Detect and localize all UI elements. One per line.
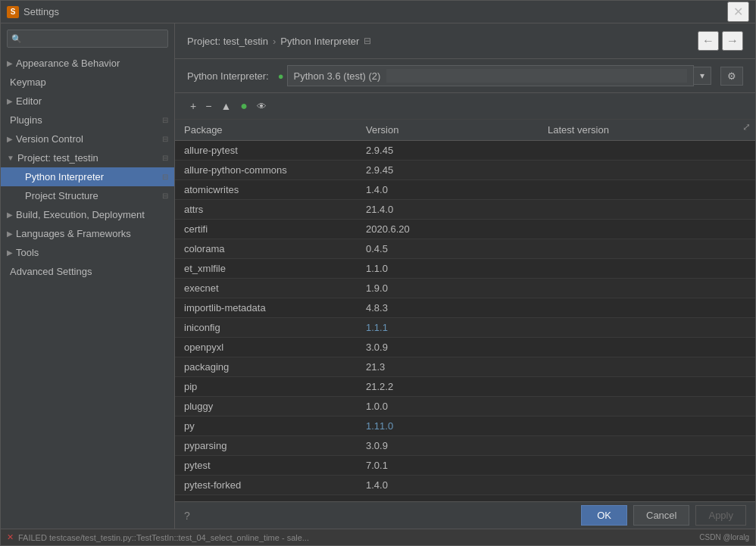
sidebar-item-project[interactable]: ▼ Project: test_testin ⊟ [1, 148, 174, 167]
table-row[interactable]: atomicwrites1.4.0 [175, 180, 755, 200]
package-version: 7.0.1 [357, 456, 539, 475]
sidebar-item-label: Keymap [10, 76, 46, 88]
package-version: 2.9.45 [357, 161, 539, 179]
package-latest [539, 417, 755, 435]
package-latest [539, 220, 755, 239]
bottom-bar: ? OK Cancel Apply [175, 501, 755, 529]
eye-button[interactable]: 👁 [254, 99, 270, 114]
sidebar-item-label: Editor [16, 95, 42, 107]
package-name: pluggy [175, 397, 357, 416]
sidebar-item-advanced[interactable]: Advanced Settings [1, 262, 174, 281]
cancel-button[interactable]: Cancel [633, 505, 689, 526]
package-latest [539, 436, 755, 455]
up-button[interactable]: ▲ [217, 98, 234, 114]
sidebar-item-label: Build, Execution, Deployment [16, 209, 145, 220]
package-version: 4.8.3 [357, 298, 539, 317]
status-bar: ✕ FAILED testcase/test_testin.py::TestTe… [1, 529, 755, 545]
arrow-icon: ▶ [7, 229, 13, 238]
table-row[interactable]: pluggy1.0.0 [175, 397, 755, 417]
table-row[interactable]: pytest-html3.1.1 [175, 495, 755, 501]
package-version: 1.1.0 [357, 259, 539, 278]
package-latest [539, 180, 755, 199]
interpreter-dropdown-button[interactable]: ▾ [694, 67, 711, 85]
package-latest [539, 279, 755, 298]
sidebar-item-languages[interactable]: ▶ Languages & Frameworks [1, 224, 174, 243]
interpreter-value[interactable]: Python 3.6 (test) (2) [287, 65, 694, 86]
package-name: iniconfig [175, 318, 357, 337]
table-row[interactable]: allure-pytest2.9.45 [175, 141, 755, 161]
settings-window: S Settings ✕ 🔍 ▶ Appearance & Behavior K… [0, 0, 756, 546]
package-name: pytest [175, 456, 357, 475]
sidebar-item-python-interpreter[interactable]: Python Interpreter ⊟ [1, 167, 174, 186]
sidebar-item-project-structure[interactable]: Project Structure ⊟ [1, 186, 174, 205]
header-version: Version [357, 120, 539, 140]
sidebar-item-tools[interactable]: ▶ Tools [1, 243, 174, 262]
add-package-button[interactable]: + [187, 98, 199, 114]
package-name: importlib-metadata [175, 298, 357, 317]
table-row[interactable]: pytest-forked1.4.0 [175, 476, 755, 495]
package-latest [539, 259, 755, 278]
breadcrumb-bar: Project: test_testin › Python Interprete… [175, 23, 755, 59]
sidebar-item-label: Project: test_testin [17, 152, 98, 164]
package-name: atomicwrites [175, 180, 357, 199]
package-latest [539, 377, 755, 396]
package-version: 1.9.0 [357, 279, 539, 298]
sidebar-item-version-control[interactable]: ▶ Version Control ⊟ [1, 129, 174, 148]
sidebar-item-plugins[interactable]: Plugins ⊟ [1, 111, 174, 129]
sidebar-item-label: Plugins [10, 114, 42, 126]
source-attribution: CSDN @loralg [699, 533, 749, 541]
table-row[interactable]: iniconfig1.1.1 [175, 318, 755, 338]
table-row[interactable]: et_xmlfile1.1.0 [175, 259, 755, 279]
status-error-icon: ✕ [7, 532, 14, 542]
sidebar-item-label: Tools [16, 247, 39, 258]
sidebar-item-editor[interactable]: ▶ Editor [1, 92, 174, 111]
table-row[interactable]: attrs21.4.0 [175, 200, 755, 220]
package-latest [539, 456, 755, 475]
breadcrumb-current: Python Interpreter [280, 36, 359, 47]
sidebar-item-keymap[interactable]: Keymap [1, 73, 174, 92]
table-header: Package Version Latest version ⤢ [175, 120, 755, 141]
package-name: allure-python-commons [175, 161, 357, 179]
sidebar-item-label: Languages & Frameworks [16, 228, 131, 239]
arrow-icon: ▶ [7, 248, 13, 257]
package-version: 1.4.0 [357, 476, 539, 495]
right-panel: Project: test_testin › Python Interprete… [175, 23, 755, 529]
search-input[interactable] [7, 30, 168, 48]
table-row[interactable]: importlib-metadata4.8.3 [175, 298, 755, 318]
table-row[interactable]: openpyxl3.0.9 [175, 338, 755, 357]
package-version: 1.4.0 [357, 180, 539, 199]
help-button[interactable]: ? [184, 510, 190, 522]
sidebar-item-appearance[interactable]: ▶ Appearance & Behavior [1, 54, 174, 73]
repo-icon: ⊟ [162, 135, 168, 143]
table-row[interactable]: execnet1.9.0 [175, 279, 755, 298]
package-name: pyparsing [175, 436, 357, 455]
package-latest [539, 200, 755, 219]
package-name: allure-pytest [175, 141, 357, 160]
remove-package-button[interactable]: − [202, 98, 214, 114]
table-row[interactable]: certifi2020.6.20 [175, 220, 755, 239]
nav-back-button[interactable]: ← [698, 31, 719, 51]
table-row[interactable]: pip21.2.2 [175, 377, 755, 397]
search-box: 🔍 [7, 30, 168, 48]
table-row[interactable]: packaging21.3 [175, 357, 755, 377]
arrow-icon: ▼ [7, 154, 14, 162]
package-version: 2.9.45 [357, 141, 539, 160]
ok-button[interactable]: OK [581, 505, 627, 526]
package-latest [539, 338, 755, 357]
nav-forward-button[interactable]: → [722, 31, 743, 51]
interpreter-settings-button[interactable]: ⚙ [720, 67, 743, 86]
green-dot-icon: ● [278, 70, 284, 82]
expand-icon[interactable]: ⤢ [738, 120, 755, 140]
table-row[interactable]: pytest7.0.1 [175, 456, 755, 476]
arrow-icon: ▶ [7, 97, 13, 105]
repo-icon: ⊟ [162, 154, 168, 162]
apply-button[interactable]: Apply [695, 505, 746, 526]
close-button[interactable]: ✕ [727, 2, 749, 22]
table-row[interactable]: allure-python-commons2.9.45 [175, 161, 755, 180]
table-row[interactable]: colorama0.4.5 [175, 239, 755, 259]
arrow-icon: ▶ [7, 59, 13, 67]
table-row[interactable]: py1.11.0 [175, 417, 755, 436]
refresh-button[interactable]: ● [237, 98, 251, 114]
table-row[interactable]: pyparsing3.0.9 [175, 436, 755, 456]
sidebar-item-build[interactable]: ▶ Build, Execution, Deployment [1, 205, 174, 224]
